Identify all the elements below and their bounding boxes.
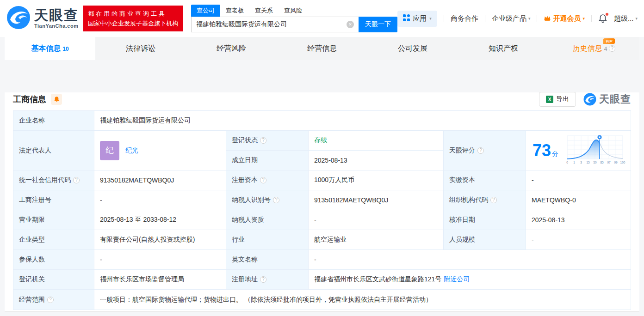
insured-count-label: 参保人数	[13, 250, 94, 270]
search-button[interactable]: 天眼一下	[359, 17, 397, 32]
credit-code-value: 91350182MAETQWBQ0J	[94, 170, 226, 190]
nav-business-coop[interactable]: 商务合作	[451, 14, 478, 23]
paid-capital-label: 实缴资本	[444, 170, 526, 190]
reg-address-label: 注册地址?	[226, 270, 309, 290]
apps-menu[interactable]: 应用 ▾	[397, 11, 437, 27]
tab-legal-litigation[interactable]: 法律诉讼	[95, 37, 186, 60]
tab-label: 经营风险	[217, 44, 246, 54]
help-icon[interactable]: ?	[477, 147, 484, 154]
help-icon[interactable]: ?	[260, 137, 266, 144]
divider	[537, 15, 537, 22]
tianyancha-watermark: 天眼查	[583, 92, 631, 106]
reg-status-value: 存续	[309, 131, 444, 151]
tab-label: 基本信息	[31, 44, 61, 54]
svg-text:0: 0	[566, 161, 568, 164]
tab-operation-info[interactable]: 经营信息	[277, 37, 367, 60]
watermark-text: 天眼查	[599, 92, 631, 106]
help-icon[interactable]: ?	[609, 45, 615, 52]
company-type-label: 企业类型	[13, 230, 94, 250]
help-icon[interactable]: ?	[47, 297, 54, 303]
search-tab-risk[interactable]: 查风险	[279, 5, 308, 17]
company-type-value: 有限责任公司(自然人投资或控股)	[94, 230, 226, 250]
svg-text:100: 100	[620, 161, 625, 164]
tab-intellectual-property[interactable]: 知识产权	[458, 37, 549, 60]
score-distribution-chart: 0 1 3 15 50 85 97 99 100	[565, 134, 626, 167]
establish-date-label: 成立日期	[226, 151, 309, 170]
promo-line1: 都在用的商业查询工具	[88, 9, 178, 18]
search-tab-boss[interactable]: 查老板	[220, 5, 249, 17]
help-icon[interactable]: ?	[260, 177, 266, 183]
promo-line2: 国家中小企业发展子基金旗下机构	[88, 18, 178, 28]
user-menu[interactable]: 超级... ▾	[614, 14, 638, 23]
company-section-tabs: 基本信息 10 法律诉讼 经营风险 经营信息 公司发展 知识产权 VIP 历史信…	[5, 37, 639, 60]
tianyancha-logo-icon	[6, 6, 31, 31]
svg-text:97: 97	[607, 161, 611, 164]
chevron-down-icon: ▾	[635, 16, 638, 21]
taxpayer-qualification-value: -	[309, 210, 444, 230]
legal-rep-avatar[interactable]: 纪	[100, 141, 119, 160]
tab-label: 知识产权	[489, 44, 518, 54]
help-icon[interactable]: ?	[273, 197, 279, 203]
search-input[interactable]	[191, 17, 359, 32]
divider	[444, 15, 444, 22]
promo-banner: 都在用的商业查询工具 国家中小企业发展子基金旗下机构	[83, 6, 183, 32]
business-term-value: 2025-08-13 至 2033-08-12	[94, 210, 226, 230]
english-name-value: -	[309, 250, 631, 270]
search-tab-company[interactable]: 查公司	[191, 5, 220, 17]
logo-title: 天眼查	[34, 8, 79, 22]
search-tab-relation[interactable]: 查关系	[249, 5, 279, 17]
notifications-bell-icon[interactable]	[598, 14, 607, 23]
help-icon[interactable]: ?	[260, 276, 266, 283]
search-tabs: 查公司 查老板 查关系 查风险	[191, 5, 397, 17]
establish-date-value: 2025-08-13	[309, 151, 444, 170]
crown-icon	[544, 15, 551, 23]
company-name-value: 福建铂雅纭毅国际货运有限公司	[94, 111, 631, 131]
legal-rep-value: 纪 纪光	[94, 131, 226, 170]
nearby-companies-link[interactable]: 附近公司	[444, 275, 470, 284]
business-scope-label: 经营范围?	[13, 290, 94, 310]
legal-rep-label: 法定代表人	[13, 131, 94, 170]
score-value: 73分	[526, 131, 631, 170]
svg-text:3: 3	[580, 161, 582, 164]
reg-capital-label: 注册资本?	[226, 170, 309, 190]
business-scope-value: 一般项目：航空国际货物运输代理；货物进出口。 （除依法须经批准的项目外，凭营业执…	[94, 290, 631, 310]
subscribe-bell-icon[interactable]	[51, 94, 62, 105]
approval-date-label: 核准日期	[444, 210, 526, 230]
svg-text:85: 85	[600, 161, 604, 164]
username: 超级...	[614, 14, 634, 23]
tab-company-development[interactable]: 公司发展	[367, 37, 458, 60]
help-icon[interactable]: ?	[73, 177, 80, 183]
logo-domain: TianYanCha.com	[34, 24, 79, 29]
insured-count-value: -	[94, 250, 226, 270]
reg-number-value: -	[94, 190, 226, 210]
vip-badge: VIP	[603, 38, 615, 44]
nav-enterprise-products[interactable]: 企业级产品 ▾	[492, 14, 531, 23]
help-icon[interactable]: ?	[490, 197, 497, 203]
notification-badge	[605, 12, 609, 16]
taxpayer-id-label: 纳税人识别号?	[226, 190, 309, 210]
legal-rep-link[interactable]: 纪光	[125, 146, 138, 155]
export-button[interactable]: X 导出	[539, 92, 576, 107]
industry-value: 航空运输业	[309, 230, 444, 250]
header-nav: 应用 ▾ 商务合作 企业级产品 ▾ 开通会员 ▾ 超级... ▾	[397, 0, 638, 37]
score-label: 天眼评分?	[444, 131, 526, 170]
open-vip-button[interactable]: 开通会员 ▾	[544, 14, 585, 23]
tab-label: 历史信息	[573, 44, 602, 54]
reg-address-value: 福建省福州市长乐区文武砂街道星象路121号 附近公司	[309, 270, 631, 290]
company-name-label: 企业名称	[13, 111, 94, 131]
credit-code-label: 统一社会信用代码?	[13, 170, 94, 190]
score-number: 73	[533, 142, 551, 159]
taxpayer-qualification-label: 纳税人资质	[226, 210, 309, 230]
clear-search-icon[interactable]: ✕	[347, 21, 354, 28]
industry-label: 行业	[226, 230, 309, 250]
excel-icon: X	[546, 96, 553, 103]
divider	[591, 15, 592, 22]
business-info-table: 企业名称 福建铂雅纭毅国际货运有限公司 法定代表人 纪 纪光 登记状态? 存续 …	[13, 110, 631, 310]
staff-size-label: 人员规模	[444, 230, 526, 250]
tab-operation-risk[interactable]: 经营风险	[186, 37, 277, 60]
tab-label: 法律诉讼	[126, 44, 155, 54]
tianyancha-logo[interactable]: 天眼查 TianYanCha.com	[6, 6, 79, 31]
tab-count: 4	[604, 46, 607, 52]
tab-history-info[interactable]: VIP 历史信息 4 ?	[549, 37, 639, 60]
tab-basic-info[interactable]: 基本信息 10	[5, 37, 95, 60]
